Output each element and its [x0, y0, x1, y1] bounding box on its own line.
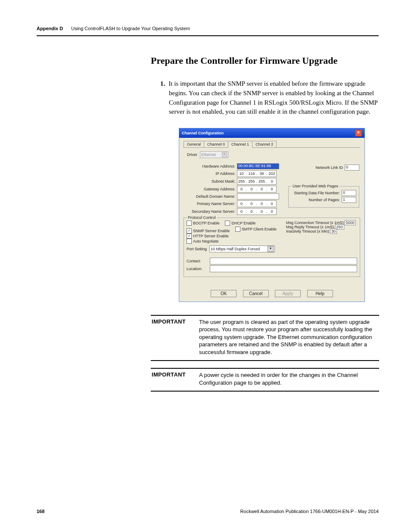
tab-bar: GeneralChannel 0Channel 1Channel 2 [184, 140, 360, 148]
subnet-label: Subnet Mask: [184, 179, 237, 184]
important-text: The user program is cleared as part of t… [199, 318, 378, 356]
hw-address-field[interactable]: 00:00:BC:5E:91:89 [237, 163, 279, 169]
list-number: 1. [160, 80, 165, 87]
protocol-fieldset: Protocol Control BOOTP Enable DHCP Enabl… [184, 218, 360, 277]
important-box-1: IMPORTANT The user program is cleared as… [151, 315, 379, 361]
subnet-field[interactable]: 255.255.255.0 [237, 178, 277, 185]
tab-channel2[interactable]: Channel 2 [252, 141, 277, 147]
publication-info: Rockwell Automation Publication 1766-UM0… [240, 509, 379, 514]
ok-button[interactable]: OK [211, 290, 237, 297]
gateway-field[interactable]: 0.0.0.0 [237, 186, 277, 193]
step-1-paragraph: 1.It is important that the SNMP server i… [160, 79, 379, 117]
bootp-checkbox[interactable]: BOOTP Enable [187, 221, 220, 226]
domain-field[interactable] [237, 193, 279, 199]
appendix-label: Appendix D [37, 26, 63, 31]
numpages-field[interactable]: 1 [342, 197, 356, 203]
ip-label: IP Address: [184, 171, 237, 176]
secondary-ns-field[interactable]: 0.0.0.0 [237, 208, 277, 215]
location-field[interactable] [210, 265, 357, 272]
apply-button[interactable]: Apply [275, 290, 301, 297]
netlink-label: Network Link ID [315, 165, 343, 170]
channel-config-dialog: Channel Configuration × GeneralChannel 0… [179, 128, 365, 302]
uwp-legend: User Provided Web Pages [291, 184, 339, 188]
chapter-title: Using ControlFLASH to Upgrade Your Opera… [71, 26, 190, 31]
autoneg-checkbox[interactable]: Auto Negotiate [187, 239, 219, 244]
important-label: IMPORTANT [152, 371, 199, 386]
important-text: A power cycle is needed in order for the… [199, 371, 378, 386]
msgconn-field[interactable]: 5000 [345, 220, 356, 225]
cancel-button[interactable]: Cancel [243, 290, 269, 297]
smtp-checkbox[interactable]: SMTP Client Enable [235, 227, 277, 232]
page-footer: 168 Rockwell Automation Publication 1766… [37, 509, 379, 514]
msgrep-label: Msg Reply Timeout (x 1mS): [286, 225, 335, 229]
snmp-checkbox[interactable]: ✓SNMP Server Enable [187, 228, 230, 233]
chevron-down-icon: ▾ [222, 152, 227, 157]
contact-label: Contact: [187, 259, 207, 263]
http-checkbox[interactable]: ✓HTTP Server Enable [187, 233, 229, 239]
pns-label: Primary Name Server: [184, 202, 237, 206]
location-label: Location: [187, 267, 207, 271]
chevron-down-icon: ▾ [268, 246, 274, 252]
page-number: 168 [37, 509, 44, 514]
netlink-field[interactable]: 0 [345, 165, 359, 171]
hw-label: Hardware Address: [184, 164, 237, 168]
contact-field[interactable] [210, 258, 357, 264]
tab-channel0[interactable]: Channel 0 [204, 141, 228, 147]
numpages-label: Number of Pages: [308, 198, 340, 202]
inact-field[interactable]: 30 [330, 229, 337, 234]
driver-label: Driver [187, 152, 197, 157]
help-button[interactable]: Help [307, 290, 333, 297]
tab-general[interactable]: General [184, 141, 204, 147]
protocol-legend: Protocol Control [187, 215, 217, 220]
step-1-text: It is important that the SNMP server is … [168, 80, 377, 115]
inact-label: Inactivity Timeout (x Min): [286, 229, 330, 233]
running-header: Appendix D Using ControlFLASH to Upgrade… [37, 26, 379, 36]
important-label: IMPORTANT [152, 318, 199, 356]
right-column: Network Link ID 0 User Provided Web Page… [288, 164, 359, 208]
domain-label: Default Domain Name: [184, 194, 237, 199]
primary-ns-field[interactable]: 0.0.0.0 [237, 200, 277, 207]
gw-label: Gateway Address: [184, 187, 237, 191]
port-label: Port Setting [187, 247, 207, 251]
important-box-2: IMPORTANT A power cycle is needed in ord… [151, 368, 379, 392]
ip-address-field[interactable]: 10.116.38.202 [237, 170, 277, 177]
dialog-titlebar: Channel Configuration × [179, 128, 364, 138]
startfile-field[interactable]: 0 [342, 190, 356, 196]
driver-select[interactable]: Ethernet ▾ [200, 151, 228, 158]
sns-label: Secondary Name Server: [184, 209, 237, 214]
startfile-label: Starting Data File Number: [294, 191, 340, 195]
port-setting-select[interactable]: 10 Mbps Half Duplex Forced ▾ [209, 246, 275, 252]
dialog-title: Channel Configuration [182, 131, 224, 135]
tab-channel1[interactable]: Channel 1 [228, 141, 252, 148]
section-title: Prepare the Controller for Firmware Upgr… [151, 55, 379, 66]
dhcp-checkbox[interactable]: DHCP Enable [225, 221, 255, 226]
close-icon[interactable]: × [355, 130, 362, 137]
driver-value: Ethernet [201, 152, 216, 157]
